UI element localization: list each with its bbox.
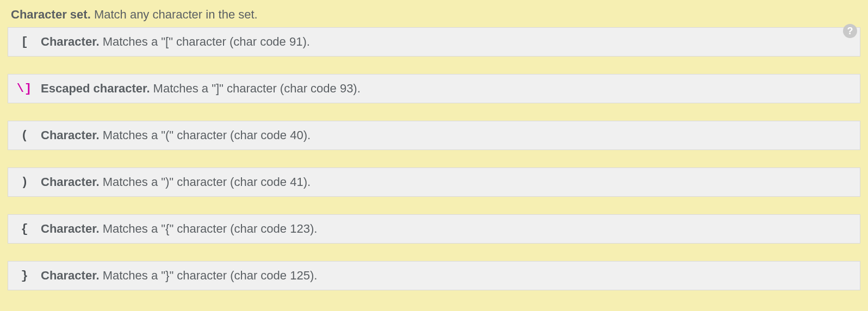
- token-description: Matches a "{" character (char code 123).: [103, 222, 318, 236]
- token-label: Character.: [41, 175, 100, 189]
- panel-header: Character set. Match any character in th…: [0, 0, 868, 27]
- token-label: Character.: [41, 35, 100, 49]
- token-label: Character.: [41, 222, 100, 236]
- token-glyph: }: [8, 269, 41, 283]
- character-row[interactable]: [ Character. Matches a "[" character (ch…: [8, 27, 860, 57]
- header-title: Character set.: [11, 8, 91, 21]
- character-row[interactable]: ) Character. Matches a ")" character (ch…: [8, 167, 860, 197]
- token-glyph: {: [8, 222, 41, 236]
- character-row[interactable]: } Character. Matches a "}" character (ch…: [8, 261, 860, 290]
- token-glyph: (: [8, 129, 41, 142]
- token-label: Escaped character.: [41, 82, 150, 96]
- token-description: Matches a "}" character (char code 125).: [103, 269, 318, 283]
- token-label: Character.: [41, 269, 100, 283]
- token-description: Matches a "]" character (char code 93).: [153, 82, 361, 96]
- token-label: Character.: [41, 128, 100, 142]
- token-glyph: [: [8, 35, 41, 49]
- character-rows: [ Character. Matches a "[" character (ch…: [0, 27, 868, 290]
- token-description: Matches a ")" character (char code 41).: [103, 175, 311, 189]
- header-description: Match any character in the set.: [94, 8, 258, 21]
- token-description: Matches a "(" character (char code 40).: [103, 128, 311, 142]
- character-row[interactable]: { Character. Matches a "{" character (ch…: [8, 214, 860, 244]
- help-icon[interactable]: ?: [843, 24, 857, 38]
- token-description: Matches a "[" character (char code 91).: [103, 35, 310, 49]
- token-glyph: ): [8, 176, 41, 189]
- character-row[interactable]: \] Escaped character. Matches a "]" char…: [8, 74, 860, 103]
- token-glyph: \]: [8, 82, 41, 96]
- character-row[interactable]: ( Character. Matches a "(" character (ch…: [8, 121, 860, 150]
